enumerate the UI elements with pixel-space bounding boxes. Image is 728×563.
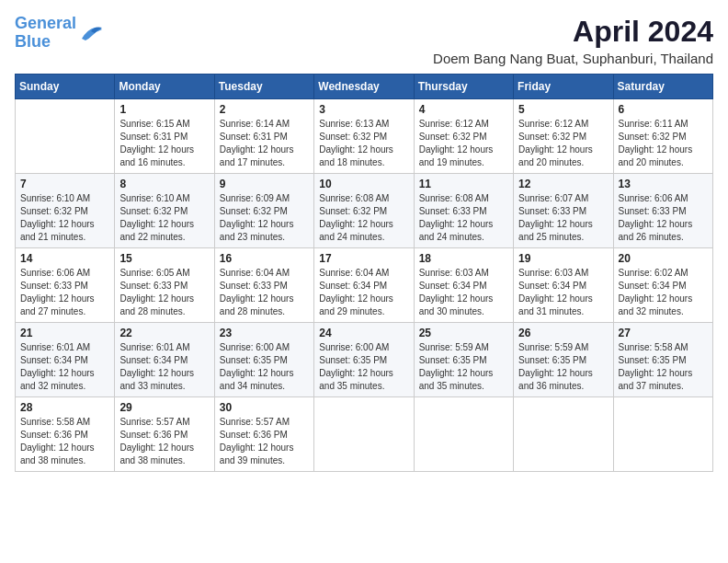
day-number: 11 [419,178,508,190]
calendar-cell: 4Sunrise: 6:12 AM Sunset: 6:32 PM Daylig… [414,99,513,174]
day-info: Sunrise: 6:03 AM Sunset: 6:34 PM Dayligh… [518,267,608,318]
day-info: Sunrise: 6:07 AM Sunset: 6:33 PM Dayligh… [518,192,608,244]
day-info: Sunrise: 6:12 AM Sunset: 6:32 PM Dayligh… [419,118,508,169]
day-number: 24 [319,327,408,339]
day-info: Sunrise: 6:01 AM Sunset: 6:34 PM Dayligh… [119,341,209,393]
calendar-cell: 22Sunrise: 6:01 AM Sunset: 6:34 PM Dayli… [115,323,214,397]
calendar-cell: 27Sunrise: 5:58 AM Sunset: 6:35 PM Dayli… [613,323,712,397]
calendar-cell: 2Sunrise: 6:14 AM Sunset: 6:31 PM Daylig… [214,99,313,174]
calendar-cell [16,99,115,174]
logo-line1: General [15,14,76,32]
day-number: 4 [419,103,508,116]
calendar-cell: 3Sunrise: 6:13 AM Sunset: 6:32 PM Daylig… [314,99,414,174]
logo-line2: Blue [15,32,51,51]
day-number: 7 [20,178,109,190]
page-header: General Blue April 2024 Doem Bang Nang B… [15,15,713,66]
day-info: Sunrise: 6:04 AM Sunset: 6:34 PM Dayligh… [319,267,408,318]
day-info: Sunrise: 6:11 AM Sunset: 6:32 PM Dayligh… [619,118,708,169]
day-number: 3 [319,103,408,116]
day-number: 23 [220,327,309,339]
weekday-header-thursday: Thursday [414,75,513,99]
calendar-cell: 13Sunrise: 6:06 AM Sunset: 6:33 PM Dayli… [613,174,712,248]
calendar-cell [613,397,712,472]
day-info: Sunrise: 6:06 AM Sunset: 6:33 PM Dayligh… [619,192,708,244]
day-number: 22 [119,327,209,339]
calendar-cell: 11Sunrise: 6:08 AM Sunset: 6:33 PM Dayli… [414,174,513,248]
calendar-cell: 8Sunrise: 6:10 AM Sunset: 6:32 PM Daylig… [115,174,214,248]
day-info: Sunrise: 5:58 AM Sunset: 6:36 PM Dayligh… [20,416,109,467]
day-info: Sunrise: 5:57 AM Sunset: 6:36 PM Dayligh… [220,416,309,467]
day-number: 29 [119,401,209,414]
day-info: Sunrise: 6:14 AM Sunset: 6:31 PM Dayligh… [220,118,309,169]
day-number: 15 [119,252,209,265]
day-number: 13 [619,178,708,190]
day-number: 8 [119,178,209,190]
day-number: 10 [319,178,408,190]
day-number: 27 [619,327,708,339]
day-number: 25 [419,327,508,339]
calendar-cell: 19Sunrise: 6:03 AM Sunset: 6:34 PM Dayli… [514,248,613,323]
calendar-table: SundayMondayTuesdayWednesdayThursdayFrid… [15,74,713,472]
title-block: April 2024 Doem Bang Nang Buat, Suphanbu… [433,15,713,66]
day-info: Sunrise: 6:02 AM Sunset: 6:34 PM Dayligh… [619,267,708,318]
day-info: Sunrise: 6:01 AM Sunset: 6:34 PM Dayligh… [20,341,109,393]
weekday-header-row: SundayMondayTuesdayWednesdayThursdayFrid… [16,75,713,99]
calendar-cell: 17Sunrise: 6:04 AM Sunset: 6:34 PM Dayli… [314,248,414,323]
calendar-cell [314,397,414,472]
day-info: Sunrise: 6:08 AM Sunset: 6:32 PM Dayligh… [319,192,408,244]
weekday-header-sunday: Sunday [16,75,115,99]
calendar-cell: 28Sunrise: 5:58 AM Sunset: 6:36 PM Dayli… [16,397,115,472]
calendar-cell: 14Sunrise: 6:06 AM Sunset: 6:33 PM Dayli… [16,248,115,323]
weekday-header-friday: Friday [514,75,613,99]
day-info: Sunrise: 6:13 AM Sunset: 6:32 PM Dayligh… [319,118,408,169]
calendar-cell: 9Sunrise: 6:09 AM Sunset: 6:32 PM Daylig… [214,174,313,248]
logo: General Blue [15,15,104,52]
calendar-week-row: 7Sunrise: 6:10 AM Sunset: 6:32 PM Daylig… [16,174,713,248]
calendar-cell: 7Sunrise: 6:10 AM Sunset: 6:32 PM Daylig… [16,174,115,248]
calendar-cell: 20Sunrise: 6:02 AM Sunset: 6:34 PM Dayli… [613,248,712,323]
day-number: 20 [619,252,708,265]
day-info: Sunrise: 6:00 AM Sunset: 6:35 PM Dayligh… [220,341,309,393]
day-info: Sunrise: 6:03 AM Sunset: 6:34 PM Dayligh… [419,267,508,318]
day-number: 5 [518,103,608,116]
calendar-cell: 26Sunrise: 5:59 AM Sunset: 6:35 PM Dayli… [514,323,613,397]
day-number: 6 [619,103,708,116]
calendar-cell [414,397,513,472]
calendar-cell: 15Sunrise: 6:05 AM Sunset: 6:33 PM Dayli… [115,248,214,323]
calendar-cell: 6Sunrise: 6:11 AM Sunset: 6:32 PM Daylig… [613,99,712,174]
day-info: Sunrise: 6:06 AM Sunset: 6:33 PM Dayligh… [20,267,109,318]
day-number: 1 [119,103,209,116]
day-info: Sunrise: 6:12 AM Sunset: 6:32 PM Dayligh… [518,118,608,169]
day-info: Sunrise: 6:10 AM Sunset: 6:32 PM Dayligh… [119,192,209,244]
day-info: Sunrise: 6:10 AM Sunset: 6:32 PM Dayligh… [20,192,109,244]
day-info: Sunrise: 6:15 AM Sunset: 6:31 PM Dayligh… [119,118,209,169]
day-info: Sunrise: 6:08 AM Sunset: 6:33 PM Dayligh… [419,192,508,244]
calendar-cell: 18Sunrise: 6:03 AM Sunset: 6:34 PM Dayli… [414,248,513,323]
day-info: Sunrise: 6:00 AM Sunset: 6:35 PM Dayligh… [319,341,408,393]
calendar-cell: 24Sunrise: 6:00 AM Sunset: 6:35 PM Dayli… [314,323,414,397]
calendar-cell: 30Sunrise: 5:57 AM Sunset: 6:36 PM Dayli… [214,397,313,472]
day-number: 17 [319,252,408,265]
day-number: 12 [518,178,608,190]
calendar-cell: 5Sunrise: 6:12 AM Sunset: 6:32 PM Daylig… [514,99,613,174]
calendar-cell: 21Sunrise: 6:01 AM Sunset: 6:34 PM Dayli… [16,323,115,397]
day-number: 21 [20,327,109,339]
calendar-cell: 25Sunrise: 5:59 AM Sunset: 6:35 PM Dayli… [414,323,513,397]
weekday-header-monday: Monday [115,75,214,99]
day-number: 28 [20,401,109,414]
day-info: Sunrise: 5:59 AM Sunset: 6:35 PM Dayligh… [518,341,608,393]
day-info: Sunrise: 6:09 AM Sunset: 6:32 PM Dayligh… [220,192,309,244]
day-number: 9 [220,178,309,190]
day-number: 2 [220,103,309,116]
day-number: 16 [220,252,309,265]
main-title: April 2024 [433,15,713,49]
day-info: Sunrise: 5:58 AM Sunset: 6:35 PM Dayligh… [619,341,708,393]
weekday-header-tuesday: Tuesday [214,75,313,99]
calendar-week-row: 21Sunrise: 6:01 AM Sunset: 6:34 PM Dayli… [16,323,713,397]
calendar-header: SundayMondayTuesdayWednesdayThursdayFrid… [16,75,713,99]
day-info: Sunrise: 5:59 AM Sunset: 6:35 PM Dayligh… [419,341,508,393]
day-info: Sunrise: 6:04 AM Sunset: 6:33 PM Dayligh… [220,267,309,318]
day-number: 30 [220,401,309,414]
calendar-cell: 23Sunrise: 6:00 AM Sunset: 6:35 PM Dayli… [214,323,313,397]
calendar-cell: 10Sunrise: 6:08 AM Sunset: 6:32 PM Dayli… [314,174,414,248]
